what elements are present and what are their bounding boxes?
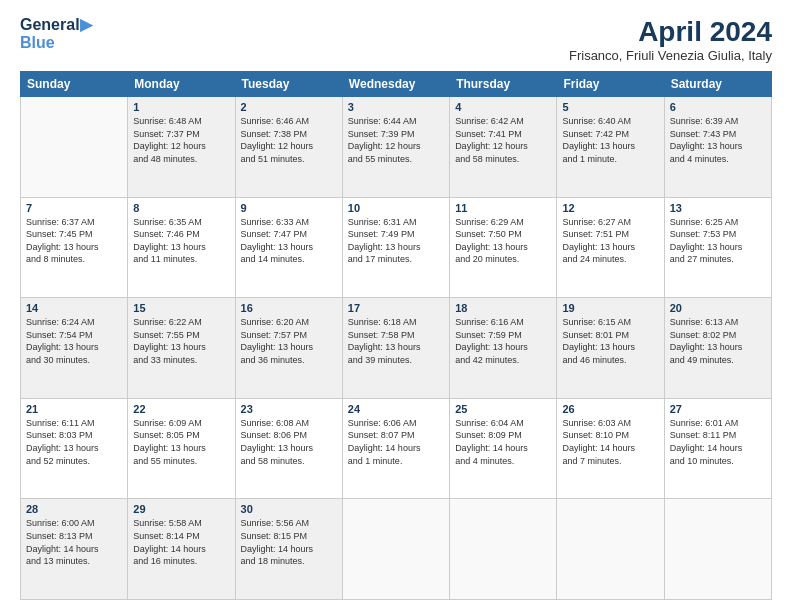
title-block: April 2024 Frisanco, Friuli Venezia Giul… <box>569 16 772 63</box>
day-info: Sunrise: 6:42 AM Sunset: 7:41 PM Dayligh… <box>455 115 551 165</box>
table-row: 7Sunrise: 6:37 AM Sunset: 7:45 PM Daylig… <box>21 197 128 298</box>
page: General▶ Blue April 2024 Frisanco, Friul… <box>0 0 792 612</box>
calendar-week-row: 1Sunrise: 6:48 AM Sunset: 7:37 PM Daylig… <box>21 97 772 198</box>
calendar-week-row: 14Sunrise: 6:24 AM Sunset: 7:54 PM Dayli… <box>21 298 772 399</box>
day-info: Sunrise: 6:04 AM Sunset: 8:09 PM Dayligh… <box>455 417 551 467</box>
day-number: 19 <box>562 302 658 314</box>
day-number: 20 <box>670 302 766 314</box>
table-row: 27Sunrise: 6:01 AM Sunset: 8:11 PM Dayli… <box>664 398 771 499</box>
day-info: Sunrise: 6:20 AM Sunset: 7:57 PM Dayligh… <box>241 316 337 366</box>
table-row: 28Sunrise: 6:00 AM Sunset: 8:13 PM Dayli… <box>21 499 128 600</box>
table-row: 18Sunrise: 6:16 AM Sunset: 7:59 PM Dayli… <box>450 298 557 399</box>
header: General▶ Blue April 2024 Frisanco, Friul… <box>20 16 772 63</box>
table-row: 13Sunrise: 6:25 AM Sunset: 7:53 PM Dayli… <box>664 197 771 298</box>
day-number: 11 <box>455 202 551 214</box>
day-info: Sunrise: 6:11 AM Sunset: 8:03 PM Dayligh… <box>26 417 122 467</box>
table-row: 22Sunrise: 6:09 AM Sunset: 8:05 PM Dayli… <box>128 398 235 499</box>
table-row: 30Sunrise: 5:56 AM Sunset: 8:15 PM Dayli… <box>235 499 342 600</box>
table-row: 6Sunrise: 6:39 AM Sunset: 7:43 PM Daylig… <box>664 97 771 198</box>
table-row: 14Sunrise: 6:24 AM Sunset: 7:54 PM Dayli… <box>21 298 128 399</box>
day-info: Sunrise: 6:46 AM Sunset: 7:38 PM Dayligh… <box>241 115 337 165</box>
day-info: Sunrise: 6:06 AM Sunset: 8:07 PM Dayligh… <box>348 417 444 467</box>
day-number: 1 <box>133 101 229 113</box>
day-info: Sunrise: 6:44 AM Sunset: 7:39 PM Dayligh… <box>348 115 444 165</box>
day-info: Sunrise: 6:27 AM Sunset: 7:51 PM Dayligh… <box>562 216 658 266</box>
table-row: 24Sunrise: 6:06 AM Sunset: 8:07 PM Dayli… <box>342 398 449 499</box>
day-info: Sunrise: 6:15 AM Sunset: 8:01 PM Dayligh… <box>562 316 658 366</box>
day-info: Sunrise: 6:39 AM Sunset: 7:43 PM Dayligh… <box>670 115 766 165</box>
day-number: 15 <box>133 302 229 314</box>
col-sunday: Sunday <box>21 72 128 97</box>
day-info: Sunrise: 6:00 AM Sunset: 8:13 PM Dayligh… <box>26 517 122 567</box>
table-row: 23Sunrise: 6:08 AM Sunset: 8:06 PM Dayli… <box>235 398 342 499</box>
day-number: 12 <box>562 202 658 214</box>
table-row: 19Sunrise: 6:15 AM Sunset: 8:01 PM Dayli… <box>557 298 664 399</box>
col-tuesday: Tuesday <box>235 72 342 97</box>
day-number: 2 <box>241 101 337 113</box>
day-info: Sunrise: 6:24 AM Sunset: 7:54 PM Dayligh… <box>26 316 122 366</box>
day-number: 28 <box>26 503 122 515</box>
logo-text: General▶ Blue <box>20 16 92 53</box>
day-number: 9 <box>241 202 337 214</box>
table-row: 29Sunrise: 5:58 AM Sunset: 8:14 PM Dayli… <box>128 499 235 600</box>
col-saturday: Saturday <box>664 72 771 97</box>
table-row: 25Sunrise: 6:04 AM Sunset: 8:09 PM Dayli… <box>450 398 557 499</box>
col-friday: Friday <box>557 72 664 97</box>
day-info: Sunrise: 6:16 AM Sunset: 7:59 PM Dayligh… <box>455 316 551 366</box>
table-row <box>664 499 771 600</box>
table-row: 1Sunrise: 6:48 AM Sunset: 7:37 PM Daylig… <box>128 97 235 198</box>
col-thursday: Thursday <box>450 72 557 97</box>
table-row: 16Sunrise: 6:20 AM Sunset: 7:57 PM Dayli… <box>235 298 342 399</box>
table-row <box>557 499 664 600</box>
day-number: 26 <box>562 403 658 415</box>
table-row <box>342 499 449 600</box>
table-row <box>450 499 557 600</box>
day-number: 18 <box>455 302 551 314</box>
day-number: 23 <box>241 403 337 415</box>
day-number: 8 <box>133 202 229 214</box>
day-number: 27 <box>670 403 766 415</box>
day-number: 14 <box>26 302 122 314</box>
table-row: 4Sunrise: 6:42 AM Sunset: 7:41 PM Daylig… <box>450 97 557 198</box>
day-info: Sunrise: 6:18 AM Sunset: 7:58 PM Dayligh… <box>348 316 444 366</box>
day-info: Sunrise: 6:29 AM Sunset: 7:50 PM Dayligh… <box>455 216 551 266</box>
day-info: Sunrise: 6:35 AM Sunset: 7:46 PM Dayligh… <box>133 216 229 266</box>
day-info: Sunrise: 6:08 AM Sunset: 8:06 PM Dayligh… <box>241 417 337 467</box>
calendar-header-row: Sunday Monday Tuesday Wednesday Thursday… <box>21 72 772 97</box>
day-number: 25 <box>455 403 551 415</box>
table-row: 5Sunrise: 6:40 AM Sunset: 7:42 PM Daylig… <box>557 97 664 198</box>
day-info: Sunrise: 6:09 AM Sunset: 8:05 PM Dayligh… <box>133 417 229 467</box>
table-row: 3Sunrise: 6:44 AM Sunset: 7:39 PM Daylig… <box>342 97 449 198</box>
day-number: 16 <box>241 302 337 314</box>
day-number: 3 <box>348 101 444 113</box>
calendar-week-row: 7Sunrise: 6:37 AM Sunset: 7:45 PM Daylig… <box>21 197 772 298</box>
calendar-table: Sunday Monday Tuesday Wednesday Thursday… <box>20 71 772 600</box>
table-row: 21Sunrise: 6:11 AM Sunset: 8:03 PM Dayli… <box>21 398 128 499</box>
day-number: 5 <box>562 101 658 113</box>
day-number: 7 <box>26 202 122 214</box>
day-info: Sunrise: 6:48 AM Sunset: 7:37 PM Dayligh… <box>133 115 229 165</box>
day-number: 6 <box>670 101 766 113</box>
day-info: Sunrise: 6:40 AM Sunset: 7:42 PM Dayligh… <box>562 115 658 165</box>
day-number: 10 <box>348 202 444 214</box>
table-row <box>21 97 128 198</box>
subtitle: Frisanco, Friuli Venezia Giulia, Italy <box>569 48 772 63</box>
day-info: Sunrise: 6:37 AM Sunset: 7:45 PM Dayligh… <box>26 216 122 266</box>
calendar-week-row: 21Sunrise: 6:11 AM Sunset: 8:03 PM Dayli… <box>21 398 772 499</box>
day-info: Sunrise: 6:03 AM Sunset: 8:10 PM Dayligh… <box>562 417 658 467</box>
day-number: 13 <box>670 202 766 214</box>
day-info: Sunrise: 6:22 AM Sunset: 7:55 PM Dayligh… <box>133 316 229 366</box>
day-number: 21 <box>26 403 122 415</box>
table-row: 26Sunrise: 6:03 AM Sunset: 8:10 PM Dayli… <box>557 398 664 499</box>
table-row: 2Sunrise: 6:46 AM Sunset: 7:38 PM Daylig… <box>235 97 342 198</box>
day-info: Sunrise: 6:01 AM Sunset: 8:11 PM Dayligh… <box>670 417 766 467</box>
table-row: 11Sunrise: 6:29 AM Sunset: 7:50 PM Dayli… <box>450 197 557 298</box>
day-number: 17 <box>348 302 444 314</box>
table-row: 9Sunrise: 6:33 AM Sunset: 7:47 PM Daylig… <box>235 197 342 298</box>
main-title: April 2024 <box>569 16 772 48</box>
day-info: Sunrise: 6:25 AM Sunset: 7:53 PM Dayligh… <box>670 216 766 266</box>
day-number: 24 <box>348 403 444 415</box>
table-row: 8Sunrise: 6:35 AM Sunset: 7:46 PM Daylig… <box>128 197 235 298</box>
day-info: Sunrise: 6:13 AM Sunset: 8:02 PM Dayligh… <box>670 316 766 366</box>
day-info: Sunrise: 6:33 AM Sunset: 7:47 PM Dayligh… <box>241 216 337 266</box>
